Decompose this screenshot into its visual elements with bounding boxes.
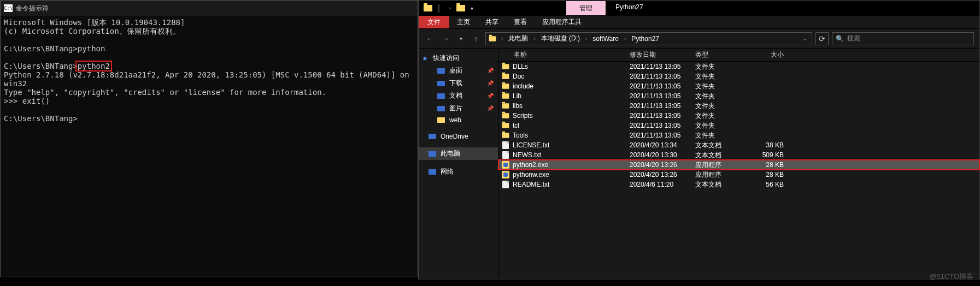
file-name: README.txt [513, 181, 630, 188]
chevron-right-icon[interactable]: › [583, 35, 589, 41]
sidebar-label: 桌面 [449, 66, 462, 75]
documents-icon [437, 93, 445, 99]
text-file-icon [502, 181, 509, 188]
file-type: 文本文档 [695, 180, 748, 189]
file-type: 文件夹 [695, 82, 748, 91]
sidebar-web[interactable]: web [419, 115, 498, 126]
sidebar-label: 快速访问 [433, 53, 459, 63]
file-row[interactable]: Doc2021/11/13 13:05文件夹 [498, 72, 979, 81]
contextual-tab-manage[interactable]: 管理 [566, 1, 606, 15]
python-exe-icon [502, 161, 509, 169]
column-headers[interactable]: 名称 修改日期 类型 大小 [498, 49, 979, 62]
qa-divider: | [434, 3, 444, 13]
file-row[interactable]: tcl2021/11/13 13:05文件夹 [498, 121, 979, 130]
address-dropdown-icon[interactable]: ⌄ [803, 35, 809, 41]
file-date: 2020/4/6 11:20 [630, 181, 695, 188]
chevron-right-icon[interactable]: › [531, 35, 537, 41]
file-row[interactable]: Scripts2021/11/13 13:05文件夹 [498, 111, 979, 121]
file-size: 38 KB [748, 141, 791, 149]
sidebar-quick-access[interactable]: 快速访问 [419, 52, 498, 64]
sidebar-label: 文档 [449, 91, 462, 100]
ribbon-tab-file[interactable]: 文件 [419, 16, 449, 28]
ribbon-tab-share[interactable]: 共享 [478, 16, 506, 28]
file-row[interactable]: DLLs2021/11/13 13:05文件夹 [498, 62, 979, 72]
address-folder-icon [489, 36, 496, 41]
breadcrumb-0[interactable]: 此电脑 [507, 34, 529, 43]
sidebar-onedrive[interactable]: OneDrive [419, 131, 498, 142]
file-size: 509 KB [748, 151, 791, 159]
file-type: 文件夹 [695, 121, 748, 130]
file-date: 2021/11/13 13:05 [630, 63, 695, 70]
folder-icon [502, 123, 509, 128]
file-type: 文件夹 [695, 111, 748, 121]
qa-new-icon[interactable]: ▫ [445, 3, 455, 13]
file-date: 2020/4/20 13:26 [630, 171, 695, 178]
downloads-icon [437, 81, 445, 86]
address-bar[interactable]: › 此电脑 › 本地磁盘 (D:) › softWare › Python27 … [485, 32, 812, 45]
sidebar-label: 下载 [449, 79, 462, 88]
file-date: 2021/11/13 13:05 [630, 112, 695, 120]
qa-folder-icon-2[interactable] [456, 3, 466, 13]
folder-icon [502, 64, 509, 69]
pin-icon: 📌 [487, 80, 494, 86]
file-type: 文件夹 [695, 62, 748, 72]
search-box[interactable]: 🔍 搜索 [832, 32, 974, 45]
breadcrumb-3[interactable]: Python27 [630, 35, 660, 43]
file-row[interactable]: include2021/11/13 13:05文件夹 [498, 81, 979, 91]
chevron-right-icon[interactable]: › [622, 35, 628, 41]
ribbon-tab-app-tools[interactable]: 应用程序工具 [535, 16, 589, 28]
text-file-icon [502, 151, 509, 159]
sidebar-documents[interactable]: 文档 📌 [419, 90, 498, 102]
ribbon-tab-view[interactable]: 查看 [506, 16, 535, 28]
file-size: 56 KB [748, 181, 791, 188]
file-row[interactable]: Tools2021/11/13 13:05文件夹 [498, 130, 979, 140]
col-header-name[interactable]: 名称 [498, 50, 630, 59]
breadcrumb-1[interactable]: 本地磁盘 (D:) [540, 34, 581, 43]
folder-icon [502, 93, 509, 99]
file-row[interactable]: LICENSE.txt2020/4/20 13:34文本文档38 KB [498, 140, 979, 150]
window-folder-title: Python27 [606, 1, 653, 15]
file-row[interactable]: pythonw.exe2020/4/20 13:26应用程序28 KB [498, 170, 979, 180]
sidebar-pictures[interactable]: 图片 📌 [419, 102, 498, 115]
nav-forward-icon[interactable]: → [439, 33, 451, 45]
file-name: Lib [513, 92, 630, 100]
nav-recent-icon[interactable]: ▾ [455, 33, 467, 45]
chevron-right-icon[interactable]: › [499, 35, 505, 41]
col-header-size[interactable]: 大小 [748, 50, 791, 59]
onedrive-icon [429, 134, 436, 139]
col-header-date[interactable]: 修改日期 [630, 50, 695, 59]
folder-icon [502, 74, 509, 79]
refresh-icon[interactable]: ⟳ [815, 32, 829, 45]
cmd-output[interactable]: Microsoft Windows [版本 10.0.19043.1288] (… [1, 16, 418, 277]
file-date: 2020/4/20 13:34 [630, 141, 695, 149]
file-row[interactable]: libs2021/11/13 13:05文件夹 [498, 101, 979, 111]
nav-pane: 快速访问 桌面 📌 下载 📌 文档 📌 图片 📌 [419, 49, 498, 279]
col-header-type[interactable]: 类型 [695, 50, 748, 59]
explorer-title-bar[interactable]: | ▫ ▾ 管理 Python27 [419, 1, 979, 16]
sidebar-this-pc[interactable]: 此电脑 [419, 147, 498, 160]
file-date: 2021/11/13 13:05 [630, 132, 695, 139]
ribbon-tab-home[interactable]: 主页 [449, 16, 478, 28]
file-date: 2021/11/13 13:05 [630, 82, 695, 90]
file-row[interactable]: NEWS.txt2020/4/20 13:30文本文档509 KB [498, 150, 979, 160]
quick-access-toolbar: | ▫ ▾ [423, 3, 477, 13]
highlighted-command: python2 [75, 61, 112, 72]
file-row[interactable]: README.txt2020/4/6 11:20文本文档56 KB [498, 180, 979, 189]
network-icon [429, 169, 436, 175]
qa-dropdown-icon[interactable]: ▾ [467, 3, 477, 13]
file-name: NEWS.txt [513, 151, 630, 159]
sidebar-network[interactable]: 网络 [419, 165, 498, 178]
command-prompt-window: C:\ 命令提示符 Microsoft Windows [版本 10.0.190… [0, 0, 418, 277]
file-row[interactable]: Lib2021/11/13 13:05文件夹 [498, 91, 979, 101]
file-row[interactable]: python2.exe2020/4/20 13:26应用程序28 KB [498, 160, 979, 170]
cmd-title-bar[interactable]: C:\ 命令提示符 [1, 1, 418, 16]
nav-up-icon[interactable]: ↑ [470, 33, 482, 45]
sidebar-downloads[interactable]: 下载 📌 [419, 77, 498, 90]
folder-icon [502, 133, 509, 138]
nav-back-icon[interactable]: ← [424, 33, 436, 45]
sidebar-desktop[interactable]: 桌面 📌 [419, 64, 498, 77]
sidebar-label: 网络 [441, 167, 454, 176]
qa-folder-icon[interactable] [423, 3, 433, 13]
breadcrumb-2[interactable]: softWare [591, 35, 620, 43]
desktop-icon [437, 68, 445, 74]
